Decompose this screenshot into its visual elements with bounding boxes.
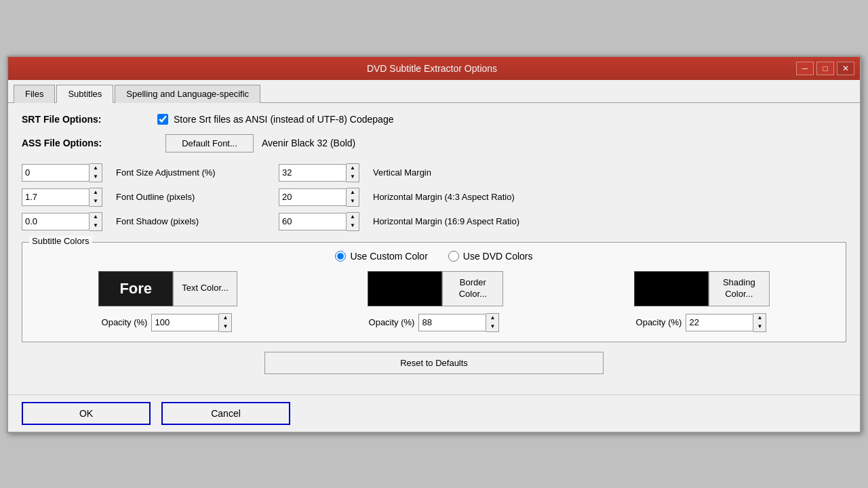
opacity-spinbuttons-2: ▲ ▼ [753,313,766,332]
horiz-margin-169-spinbuttons: ▲ ▼ [347,212,359,231]
fore-swatch: Fore [98,271,173,306]
subtitle-colors-title: Subtitle Colors [29,236,92,246]
opacity-up-2[interactable]: ▲ [753,314,766,323]
horiz-margin-169-input[interactable] [279,213,347,230]
dvd-color-radio[interactable] [448,251,459,262]
opacity-input-1[interactable] [418,314,486,331]
font-outline-input[interactable] [22,188,90,206]
custom-color-label: Use Custom Color [350,251,427,262]
horiz-margin-43-spinbuttons: ▲ ▼ [347,188,359,207]
tab-files[interactable]: Files [14,85,55,103]
spinner-row-0: ▲ ▼ Font Size Adjustment (%) ▲ ▼ Vertica… [22,163,846,182]
horiz-margin-43-label: Horizontal Margin (4:3 Aspect Ratio) [373,192,515,202]
color-radio-row: Use Custom Color Use DVD Colors [33,251,835,262]
font-shadow-input[interactable] [22,213,90,230]
vertical-margin-up[interactable]: ▲ [347,164,359,173]
maximize-button[interactable]: □ [816,62,834,75]
shading-color-button[interactable]: ShadingColor... [709,271,770,306]
font-size-adj-input[interactable] [22,164,90,182]
ok-button[interactable]: OK [22,402,151,425]
tab-spelling[interactable]: Spelling and Language-specific [115,85,260,103]
border-color-group: BorderColor... [368,271,503,306]
spinner-left-0: ▲ ▼ [22,163,102,182]
spinner-left-1: ▲ ▼ [22,188,102,207]
font-size-adj-down[interactable]: ▼ [90,173,102,182]
cancel-button[interactable]: Cancel [161,402,290,425]
title-bar: DVD Subtitle Extractor Options ─ □ ✕ [8,57,860,80]
custom-color-radio[interactable] [335,251,346,262]
window-controls: ─ □ ✕ [796,62,854,75]
opacity-group-0: Opacity (%) ▲ ▼ [102,313,233,332]
spinner-row-2: ▲ ▼ Font Shadow (pixels) ▲ ▼ Horizontal … [22,212,846,231]
spinner-left-2: ▲ ▼ [22,212,102,231]
opacity-input-0[interactable] [151,314,219,331]
opacity-down-1[interactable]: ▼ [486,323,498,331]
footer: OK Cancel [8,394,860,432]
reset-defaults-button[interactable]: Reset to Defaults [264,352,604,374]
default-font-button[interactable]: Default Font... [165,134,254,152]
opacity-up-0[interactable]: ▲ [219,314,231,323]
tabs-bar: Files Subtitles Spelling and Language-sp… [8,80,860,103]
vertical-margin-input[interactable] [279,164,347,182]
font-size-adj-spinbuttons: ▲ ▼ [90,163,102,182]
opacity-spinner-0: ▲ ▼ [151,313,232,332]
font-size-adj-up[interactable]: ▲ [90,164,102,173]
horiz-margin-169-down[interactable]: ▼ [347,222,359,230]
dvd-color-radio-group[interactable]: Use DVD Colors [448,251,533,262]
custom-color-radio-group[interactable]: Use Custom Color [335,251,427,262]
opacity-spinbuttons-0: ▲ ▼ [219,313,232,332]
srt-ansi-checkbox[interactable] [157,114,168,125]
horiz-margin-43-down[interactable]: ▼ [347,197,359,206]
font-shadow-down[interactable]: ▼ [90,222,102,230]
text-color-group: Fore Text Color... [98,271,237,306]
opacity-group-2: Opacity (%) ▲ ▼ [636,313,767,332]
shading-color-group: ShadingColor... [634,271,770,306]
border-color-button[interactable]: BorderColor... [442,271,503,306]
opacity-label-0: Opacity (%) [102,317,148,327]
spinner-right-2: ▲ ▼ [279,212,359,231]
font-outline-up[interactable]: ▲ [90,188,102,197]
border-swatch [368,271,442,306]
horiz-margin-43-input[interactable] [279,188,347,206]
vertical-margin-label: Vertical Margin [373,167,431,178]
font-shadow-up[interactable]: ▲ [90,213,102,222]
horiz-margin-43-up[interactable]: ▲ [347,188,359,197]
opacity-spinner-2: ▲ ▼ [686,313,766,332]
shading-swatch [634,271,709,306]
font-outline-spinbuttons: ▲ ▼ [90,188,102,207]
font-outline-down[interactable]: ▼ [90,197,102,206]
tab-subtitles[interactable]: Subtitles [56,85,113,103]
vertical-margin-spinbuttons: ▲ ▼ [347,163,359,182]
spinner-row-1: ▲ ▼ Font Outline (pixels) ▲ ▼ Horizontal… [22,188,846,207]
font-display: Avenir Black 32 (Bold) [262,138,355,148]
srt-section: SRT File Options: Store Srt files as ANS… [22,114,846,125]
vertical-margin-down[interactable]: ▼ [347,173,359,182]
opacity-up-1[interactable]: ▲ [486,314,498,323]
horiz-margin-169-label: Horizontal Margin (16:9 Aspect Ratio) [373,216,519,226]
opacity-input-2[interactable] [686,314,753,331]
opacity-label-2: Opacity (%) [636,317,682,327]
fore-label: Fore [119,280,152,298]
window-title: DVD Subtitle Extractor Options [68,63,796,74]
font-outline-label: Font Outline (pixels) [116,192,265,202]
opacity-spinner-1: ▲ ▼ [418,313,499,332]
font-shadow-label: Font Shadow (pixels) [116,216,265,226]
opacity-down-0[interactable]: ▼ [219,323,231,331]
spinner-right-0: ▲ ▼ [279,163,359,182]
opacity-down-2[interactable]: ▼ [753,323,766,331]
horiz-margin-169-up[interactable]: ▲ [347,213,359,222]
srt-label: SRT File Options: [22,114,157,125]
font-shadow-spinbuttons: ▲ ▼ [90,212,102,231]
opacity-label-1: Opacity (%) [369,317,415,327]
opacity-row: Opacity (%) ▲ ▼ Opacity (%) ▲ [33,313,835,332]
close-button[interactable]: ✕ [837,62,854,75]
spinners-section: ▲ ▼ Font Size Adjustment (%) ▲ ▼ Vertica… [22,163,846,231]
subtitle-colors-section: Subtitle Colors Use Custom Color Use DVD… [22,242,846,342]
font-size-adj-label: Font Size Adjustment (%) [116,167,265,178]
spinner-right-1: ▲ ▼ [279,188,359,207]
text-color-button[interactable]: Text Color... [173,271,237,306]
opacity-spinbuttons-1: ▲ ▼ [486,313,499,332]
minimize-button[interactable]: ─ [796,62,814,75]
main-window: DVD Subtitle Extractor Options ─ □ ✕ Fil… [7,56,861,433]
ass-label: ASS File Options: [22,138,157,148]
